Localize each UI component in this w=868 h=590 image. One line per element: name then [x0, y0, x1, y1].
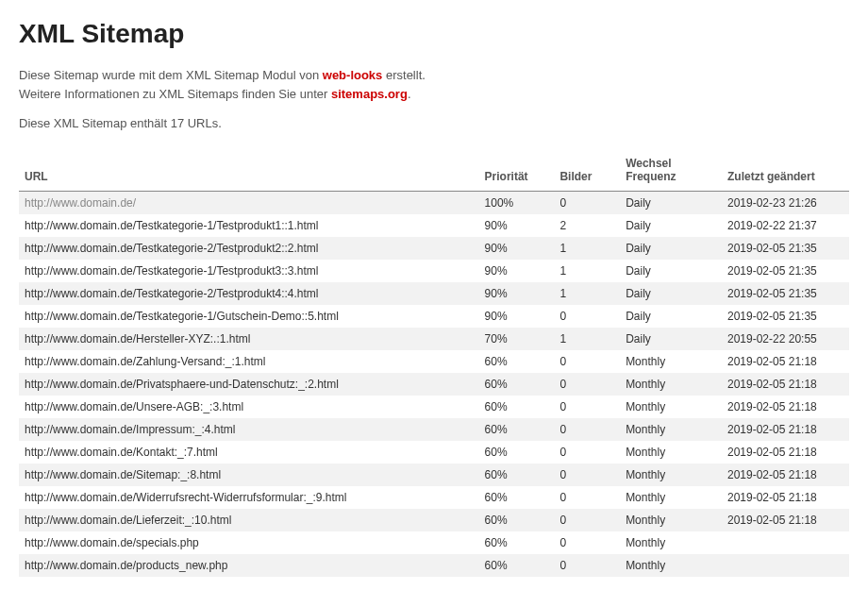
- table-header-row: URL Priorität Bilder Wechsel Frequenz Zu…: [19, 151, 849, 192]
- cell-bilder: 0: [554, 531, 620, 554]
- sitemap-url-link[interactable]: http://www.domain.de/Widerrufsrecht-Wide…: [25, 491, 346, 504]
- sitemap-table: URL Priorität Bilder Wechsel Frequenz Zu…: [19, 151, 849, 577]
- sitemap-url-link[interactable]: http://www.domain.de/specials.php: [25, 536, 199, 549]
- intro-line2-post: .: [408, 87, 411, 101]
- cell-url: http://www.domain.de/Privatsphaere-und-D…: [19, 373, 479, 396]
- cell-frequency: Daily: [620, 328, 722, 350]
- sitemap-url-link[interactable]: http://www.domain.de/Privatsphaere-und-D…: [25, 378, 339, 391]
- cell-bilder: 0: [554, 192, 620, 215]
- sitemap-url-link[interactable]: http://www.domain.de/Testkategorie-1/Tes…: [25, 264, 319, 278]
- cell-frequency: Monthly: [620, 486, 722, 509]
- cell-url: http://www.domain.de/specials.php: [19, 531, 479, 554]
- header-bilder: Bilder: [554, 151, 620, 192]
- cell-bilder: 1: [554, 282, 620, 305]
- table-body: http://www.domain.de/100%0Daily2019-02-2…: [19, 192, 849, 578]
- table-row: http://www.domain.de/Unsere-AGB:_:3.html…: [19, 396, 849, 418]
- cell-changed: 2019-02-05 21:18: [722, 373, 849, 396]
- cell-frequency: Monthly: [620, 509, 722, 531]
- cell-url: http://www.domain.de/Testkategorie-1/Tes…: [19, 260, 479, 282]
- cell-changed: 2019-02-22 21:37: [722, 214, 849, 237]
- page-title: XML Sitemap: [19, 19, 849, 49]
- sitemap-url-link[interactable]: http://www.domain.de/products_new.php: [25, 559, 227, 572]
- cell-frequency: Daily: [620, 214, 722, 237]
- table-row: http://www.domain.de/Sitemap:_:8.html60%…: [19, 464, 849, 486]
- cell-url: http://www.domain.de/Zahlung-Versand:_:1…: [19, 350, 479, 373]
- cell-priority: 60%: [479, 418, 555, 441]
- cell-changed: 2019-02-23 21:26: [722, 192, 849, 215]
- cell-bilder: 0: [554, 554, 620, 577]
- cell-priority: 60%: [479, 441, 555, 464]
- cell-bilder: 1: [554, 237, 620, 260]
- cell-frequency: Monthly: [620, 441, 722, 464]
- cell-priority: 90%: [479, 260, 555, 282]
- table-row: http://www.domain.de/100%0Daily2019-02-2…: [19, 192, 849, 215]
- cell-frequency: Daily: [620, 260, 722, 282]
- table-row: http://www.domain.de/products_new.php60%…: [19, 554, 849, 577]
- table-row: http://www.domain.de/Privatsphaere-und-D…: [19, 373, 849, 396]
- cell-changed: 2019-02-05 21:18: [722, 509, 849, 531]
- header-priority: Priorität: [479, 151, 555, 192]
- table-row: http://www.domain.de/Kontakt:_:7.html60%…: [19, 441, 849, 464]
- cell-priority: 60%: [479, 531, 555, 554]
- cell-priority: 60%: [479, 464, 555, 486]
- sitemap-url-link[interactable]: http://www.domain.de/Sitemap:_:8.html: [25, 468, 221, 481]
- table-row: http://www.domain.de/Zahlung-Versand:_:1…: [19, 350, 849, 373]
- cell-url: http://www.domain.de/Kontakt:_:7.html: [19, 441, 479, 464]
- cell-changed: 2019-02-05 21:18: [722, 464, 849, 486]
- cell-frequency: Daily: [620, 237, 722, 260]
- cell-frequency: Monthly: [620, 464, 722, 486]
- cell-priority: 60%: [479, 396, 555, 418]
- cell-bilder: 2: [554, 214, 620, 237]
- cell-priority: 90%: [479, 305, 555, 328]
- cell-bilder: 0: [554, 350, 620, 373]
- header-changed: Zuletzt geändert: [722, 151, 849, 192]
- sitemap-url-link[interactable]: http://www.domain.de/Zahlung-Versand:_:1…: [25, 355, 265, 368]
- cell-frequency: Monthly: [620, 418, 722, 441]
- sitemap-url-link[interactable]: http://www.domain.de/: [25, 196, 136, 210]
- cell-url: http://www.domain.de/Impressum:_:4.html: [19, 418, 479, 441]
- cell-frequency: Daily: [620, 192, 722, 215]
- sitemaps-org-link[interactable]: sitemaps.org: [331, 87, 408, 101]
- cell-priority: 90%: [479, 214, 555, 237]
- cell-priority: 60%: [479, 554, 555, 577]
- table-row: http://www.domain.de/Lieferzeit:_:10.htm…: [19, 509, 849, 531]
- sitemap-url-link[interactable]: http://www.domain.de/Impressum:_:4.html: [25, 423, 235, 436]
- cell-url: http://www.domain.de/Testkategorie-2/Tes…: [19, 282, 479, 305]
- cell-changed: 2019-02-05 21:18: [722, 441, 849, 464]
- cell-frequency: Monthly: [620, 373, 722, 396]
- cell-priority: 90%: [479, 282, 555, 305]
- table-row: http://www.domain.de/Hersteller-XYZ:.:1.…: [19, 328, 849, 350]
- sitemap-url-link[interactable]: http://www.domain.de/Testkategorie-1/Gut…: [25, 310, 339, 323]
- sitemap-url-link[interactable]: http://www.domain.de/Unsere-AGB:_:3.html: [25, 400, 243, 413]
- cell-frequency: Daily: [620, 282, 722, 305]
- intro-line2-pre: Weitere Informationen zu XML Sitemaps fi…: [19, 87, 331, 101]
- sitemap-url-link[interactable]: http://www.domain.de/Testkategorie-2/Tes…: [25, 242, 319, 255]
- cell-priority: 60%: [479, 373, 555, 396]
- sitemap-url-link[interactable]: http://www.domain.de/Kontakt:_:7.html: [25, 446, 218, 459]
- table-row: http://www.domain.de/Testkategorie-1/Tes…: [19, 214, 849, 237]
- cell-bilder: 0: [554, 305, 620, 328]
- cell-url: http://www.domain.de/products_new.php: [19, 554, 479, 577]
- cell-url: http://www.domain.de/Hersteller-XYZ:.:1.…: [19, 328, 479, 350]
- intro-text: Diese Sitemap wurde mit dem XML Sitemap …: [19, 66, 849, 103]
- cell-bilder: 1: [554, 260, 620, 282]
- table-row: http://www.domain.de/Testkategorie-1/Tes…: [19, 260, 849, 282]
- url-count-text: Diese XML Sitemap enthält 17 URLs.: [19, 116, 849, 130]
- cell-priority: 100%: [479, 192, 555, 215]
- cell-url: http://www.domain.de/Unsere-AGB:_:3.html: [19, 396, 479, 418]
- cell-frequency: Monthly: [620, 531, 722, 554]
- sitemap-url-link[interactable]: http://www.domain.de/Testkategorie-2/Tes…: [25, 287, 319, 300]
- sitemap-url-link[interactable]: http://www.domain.de/Hersteller-XYZ:.:1.…: [25, 332, 250, 346]
- sitemap-url-link[interactable]: http://www.domain.de/Testkategorie-1/Tes…: [25, 219, 319, 232]
- cell-priority: 70%: [479, 328, 555, 350]
- cell-bilder: 0: [554, 464, 620, 486]
- table-row: http://www.domain.de/Testkategorie-2/Tes…: [19, 282, 849, 305]
- sitemap-url-link[interactable]: http://www.domain.de/Lieferzeit:_:10.htm…: [25, 514, 231, 527]
- cell-url: http://www.domain.de/Widerrufsrecht-Wide…: [19, 486, 479, 509]
- cell-changed: 2019-02-22 20:55: [722, 328, 849, 350]
- web-looks-link[interactable]: web-looks: [323, 68, 383, 82]
- cell-bilder: 0: [554, 373, 620, 396]
- cell-bilder: 0: [554, 441, 620, 464]
- cell-changed: 2019-02-05 21:35: [722, 282, 849, 305]
- cell-frequency: Monthly: [620, 396, 722, 418]
